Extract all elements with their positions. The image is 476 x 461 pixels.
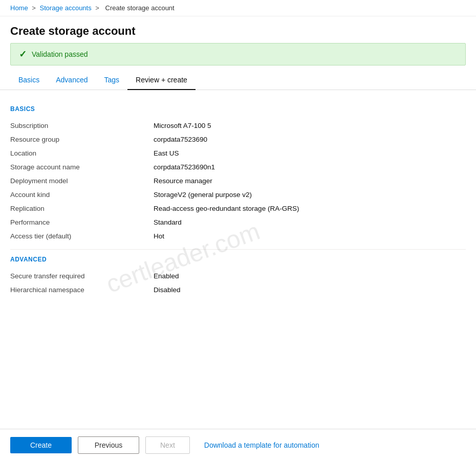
page-title: Create storage account [0, 16, 476, 43]
value-location: East US [154, 149, 466, 157]
value-account-kind: StorageV2 (general purpose v2) [154, 191, 466, 199]
label-resource-group: Resource group [10, 136, 154, 143]
breadcrumb-storage-accounts[interactable]: Storage accounts [40, 4, 92, 12]
label-access-tier: Access tier (default) [10, 232, 154, 240]
label-hierarchical-namespace: Hierarchical namespace [10, 286, 154, 294]
label-subscription: Subscription [10, 122, 154, 129]
section-title-advanced: ADVANCED [10, 256, 466, 263]
row-performance: Performance Standard [10, 215, 466, 229]
previous-button[interactable]: Previous [78, 436, 139, 454]
label-deployment-model: Deployment model [10, 177, 154, 185]
validation-check-icon: ✓ [19, 49, 27, 60]
tab-advanced[interactable]: Advanced [48, 71, 96, 90]
label-location: Location [10, 149, 154, 157]
create-button[interactable]: Create [10, 437, 72, 453]
value-deployment-model: Resource manager [154, 177, 466, 185]
row-secure-transfer: Secure transfer required Enabled [10, 269, 466, 283]
label-replication: Replication [10, 205, 154, 212]
template-link[interactable]: Download a template for automation [196, 437, 319, 453]
value-hierarchical-namespace: Disabled [154, 286, 466, 294]
row-account-kind: Account kind StorageV2 (general purpose … [10, 188, 466, 202]
label-storage-account-name: Storage account name [10, 163, 154, 171]
value-access-tier: Hot [154, 232, 466, 240]
row-access-tier: Access tier (default) Hot [10, 229, 466, 243]
row-replication: Replication Read-access geo-redundant st… [10, 202, 466, 215]
value-storage-account-name: corpdata7523690n1 [154, 163, 466, 171]
value-performance: Standard [154, 218, 466, 226]
validation-banner: ✓ Validation passed [10, 43, 466, 65]
value-replication: Read-access geo-redundant storage (RA-GR… [154, 205, 466, 212]
next-button: Next [145, 436, 190, 454]
value-resource-group: corpdata7523690 [154, 136, 466, 143]
row-deployment-model: Deployment model Resource manager [10, 174, 466, 188]
row-storage-account-name: Storage account name corpdata7523690n1 [10, 160, 466, 174]
footer-bar: Create Previous Next Download a template… [0, 429, 476, 461]
label-secure-transfer: Secure transfer required [10, 272, 154, 280]
tab-review-create[interactable]: Review + create [127, 71, 196, 90]
value-secure-transfer: Enabled [154, 272, 466, 280]
row-resource-group: Resource group corpdata7523690 [10, 133, 466, 146]
tab-basics[interactable]: Basics [10, 71, 48, 90]
validation-text: Validation passed [32, 50, 88, 58]
breadcrumb-current: Create storage account [105, 4, 175, 12]
label-performance: Performance [10, 218, 154, 226]
value-subscription: Microsoft A7-100 5 [154, 122, 466, 129]
breadcrumb: Home > Storage accounts > Create storage… [0, 0, 476, 16]
section-title-basics: BASICS [10, 105, 466, 113]
tab-tags[interactable]: Tags [96, 71, 128, 90]
breadcrumb-home[interactable]: Home [10, 4, 28, 12]
tabs-container: Basics Advanced Tags Review + create [0, 71, 476, 90]
label-account-kind: Account kind [10, 191, 154, 199]
row-location: Location East US [10, 146, 466, 160]
row-subscription: Subscription Microsoft A7-100 5 [10, 119, 466, 133]
row-hierarchical-namespace: Hierarchical namespace Disabled [10, 283, 466, 297]
section-divider [10, 249, 466, 250]
content-area: certleader.com BASICS Subscription Micro… [0, 90, 476, 307]
